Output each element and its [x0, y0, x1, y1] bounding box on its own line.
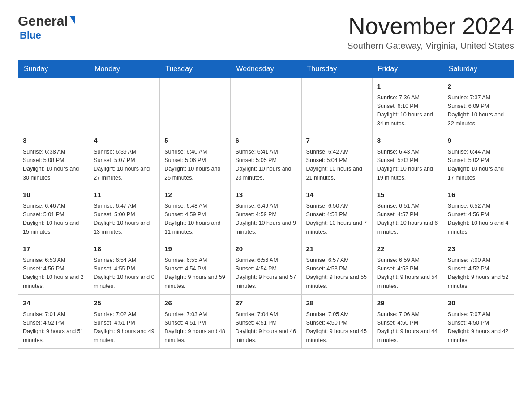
- day-number: 14: [306, 190, 368, 200]
- calendar-header-thursday: Thursday: [301, 60, 372, 78]
- day-info: Sunrise: 6:39 AMSunset: 5:07 PMDaylight:…: [94, 148, 155, 183]
- day-info: Sunrise: 6:44 AMSunset: 5:02 PMDaylight:…: [448, 148, 509, 183]
- calendar-header-wednesday: Wednesday: [231, 60, 301, 78]
- calendar-cell: 3Sunrise: 6:38 AMSunset: 5:08 PMDaylight…: [18, 132, 89, 186]
- logo-arrow-icon: [69, 16, 75, 24]
- calendar-header-friday: Friday: [372, 60, 443, 78]
- calendar-cell: 24Sunrise: 7:01 AMSunset: 4:52 PMDayligh…: [18, 295, 89, 349]
- day-number: 23: [448, 244, 509, 254]
- month-title: November 2024: [347, 13, 514, 39]
- page-header: General Blue November 2024 Southern Gate…: [18, 13, 514, 51]
- day-info: Sunrise: 7:05 AMSunset: 4:50 PMDaylight:…: [306, 310, 368, 345]
- day-number: 15: [377, 190, 438, 200]
- title-block: November 2024 Southern Gateway, Virginia…: [347, 13, 514, 51]
- calendar-cell: 21Sunrise: 6:57 AMSunset: 4:53 PMDayligh…: [301, 240, 372, 295]
- calendar-cell: 6Sunrise: 6:41 AMSunset: 5:05 PMDaylight…: [231, 132, 301, 186]
- day-number: 17: [23, 244, 84, 254]
- day-number: 11: [94, 190, 155, 200]
- calendar-table: SundayMondayTuesdayWednesdayThursdayFrid…: [18, 60, 514, 349]
- calendar-cell: 11Sunrise: 6:47 AMSunset: 5:00 PMDayligh…: [89, 186, 160, 240]
- day-number: 10: [23, 190, 84, 200]
- calendar-week-row: 10Sunrise: 6:46 AMSunset: 5:01 PMDayligh…: [18, 186, 514, 240]
- logo-general-text: General: [18, 13, 68, 29]
- calendar-cell: 30Sunrise: 7:07 AMSunset: 4:50 PMDayligh…: [443, 295, 514, 349]
- day-number: 24: [23, 298, 84, 308]
- day-info: Sunrise: 6:38 AMSunset: 5:08 PMDaylight:…: [23, 148, 84, 183]
- calendar-cell: 2Sunrise: 7:37 AMSunset: 6:09 PMDaylight…: [443, 78, 514, 132]
- day-info: Sunrise: 7:06 AMSunset: 4:50 PMDaylight:…: [377, 310, 438, 345]
- day-info: Sunrise: 6:42 AMSunset: 5:04 PMDaylight:…: [306, 148, 368, 183]
- day-number: 16: [448, 190, 509, 200]
- day-number: 13: [235, 190, 296, 200]
- day-info: Sunrise: 7:01 AMSunset: 4:52 PMDaylight:…: [23, 310, 84, 345]
- calendar-header-tuesday: Tuesday: [160, 60, 231, 78]
- day-number: 27: [235, 298, 296, 308]
- calendar-cell: 27Sunrise: 7:04 AMSunset: 4:51 PMDayligh…: [231, 295, 301, 349]
- day-info: Sunrise: 6:49 AMSunset: 4:59 PMDaylight:…: [235, 202, 296, 237]
- day-info: Sunrise: 7:07 AMSunset: 4:50 PMDaylight:…: [448, 310, 509, 345]
- day-number: 12: [164, 190, 226, 200]
- calendar-cell: [301, 78, 372, 132]
- calendar-cell: 14Sunrise: 6:50 AMSunset: 4:58 PMDayligh…: [301, 186, 372, 240]
- day-info: Sunrise: 6:48 AMSunset: 4:59 PMDaylight:…: [164, 202, 226, 237]
- calendar-cell: 7Sunrise: 6:42 AMSunset: 5:04 PMDaylight…: [301, 132, 372, 186]
- calendar-cell: 22Sunrise: 6:59 AMSunset: 4:53 PMDayligh…: [372, 240, 443, 295]
- day-number: 20: [235, 244, 296, 254]
- calendar-header-sunday: Sunday: [18, 60, 89, 78]
- calendar-cell: 18Sunrise: 6:54 AMSunset: 4:55 PMDayligh…: [89, 240, 160, 295]
- day-info: Sunrise: 6:50 AMSunset: 4:58 PMDaylight:…: [306, 202, 368, 237]
- calendar-header-row: SundayMondayTuesdayWednesdayThursdayFrid…: [18, 60, 514, 78]
- day-number: 4: [94, 136, 155, 146]
- calendar-cell: 10Sunrise: 6:46 AMSunset: 5:01 PMDayligh…: [18, 186, 89, 240]
- day-info: Sunrise: 7:36 AMSunset: 6:10 PMDaylight:…: [377, 94, 438, 128]
- calendar-cell: 29Sunrise: 7:06 AMSunset: 4:50 PMDayligh…: [372, 295, 443, 349]
- calendar-cell: 26Sunrise: 7:03 AMSunset: 4:51 PMDayligh…: [160, 295, 231, 349]
- day-info: Sunrise: 6:57 AMSunset: 4:53 PMDaylight:…: [306, 256, 368, 291]
- calendar-cell: 13Sunrise: 6:49 AMSunset: 4:59 PMDayligh…: [231, 186, 301, 240]
- day-info: Sunrise: 6:43 AMSunset: 5:03 PMDaylight:…: [377, 148, 438, 183]
- calendar-cell: 1Sunrise: 7:36 AMSunset: 6:10 PMDaylight…: [372, 78, 443, 132]
- day-info: Sunrise: 6:47 AMSunset: 5:00 PMDaylight:…: [94, 202, 155, 237]
- day-info: Sunrise: 7:00 AMSunset: 4:52 PMDaylight:…: [448, 256, 509, 291]
- day-info: Sunrise: 6:53 AMSunset: 4:56 PMDaylight:…: [23, 256, 84, 291]
- day-info: Sunrise: 6:56 AMSunset: 4:54 PMDaylight:…: [235, 256, 296, 291]
- day-info: Sunrise: 7:02 AMSunset: 4:51 PMDaylight:…: [94, 310, 155, 345]
- calendar-cell: [18, 78, 89, 132]
- calendar-cell: 25Sunrise: 7:02 AMSunset: 4:51 PMDayligh…: [89, 295, 160, 349]
- day-number: 22: [377, 244, 438, 254]
- day-number: 29: [377, 298, 438, 308]
- logo: General Blue: [18, 13, 75, 41]
- day-number: 3: [23, 136, 84, 146]
- day-info: Sunrise: 6:55 AMSunset: 4:54 PMDaylight:…: [164, 256, 226, 291]
- calendar-cell: 20Sunrise: 6:56 AMSunset: 4:54 PMDayligh…: [231, 240, 301, 295]
- day-number: 21: [306, 244, 368, 254]
- day-number: 18: [94, 244, 155, 254]
- calendar-cell: 17Sunrise: 6:53 AMSunset: 4:56 PMDayligh…: [18, 240, 89, 295]
- calendar-cell: 12Sunrise: 6:48 AMSunset: 4:59 PMDayligh…: [160, 186, 231, 240]
- calendar-cell: 15Sunrise: 6:51 AMSunset: 4:57 PMDayligh…: [372, 186, 443, 240]
- day-info: Sunrise: 7:03 AMSunset: 4:51 PMDaylight:…: [164, 310, 226, 345]
- day-number: 5: [164, 136, 226, 146]
- calendar-cell: 16Sunrise: 6:52 AMSunset: 4:56 PMDayligh…: [443, 186, 514, 240]
- day-info: Sunrise: 6:59 AMSunset: 4:53 PMDaylight:…: [377, 256, 438, 291]
- calendar-cell: [231, 78, 301, 132]
- day-number: 25: [94, 298, 155, 308]
- day-number: 7: [306, 136, 368, 146]
- day-number: 28: [306, 298, 368, 308]
- day-number: 30: [448, 298, 509, 308]
- calendar-header-saturday: Saturday: [443, 60, 514, 78]
- day-number: 9: [448, 136, 509, 146]
- day-number: 19: [164, 244, 226, 254]
- calendar-cell: 23Sunrise: 7:00 AMSunset: 4:52 PMDayligh…: [443, 240, 514, 295]
- calendar-week-row: 24Sunrise: 7:01 AMSunset: 4:52 PMDayligh…: [18, 295, 514, 349]
- day-info: Sunrise: 6:54 AMSunset: 4:55 PMDaylight:…: [94, 256, 155, 291]
- calendar-cell: 28Sunrise: 7:05 AMSunset: 4:50 PMDayligh…: [301, 295, 372, 349]
- location-title: Southern Gateway, Virginia, United State…: [347, 41, 514, 51]
- calendar-cell: 9Sunrise: 6:44 AMSunset: 5:02 PMDaylight…: [443, 132, 514, 186]
- day-number: 6: [235, 136, 296, 146]
- day-info: Sunrise: 6:46 AMSunset: 5:01 PMDaylight:…: [23, 202, 84, 237]
- day-number: 8: [377, 136, 438, 146]
- day-number: 2: [448, 81, 509, 92]
- calendar-cell: 5Sunrise: 6:40 AMSunset: 5:06 PMDaylight…: [160, 132, 231, 186]
- calendar-cell: 4Sunrise: 6:39 AMSunset: 5:07 PMDaylight…: [89, 132, 160, 186]
